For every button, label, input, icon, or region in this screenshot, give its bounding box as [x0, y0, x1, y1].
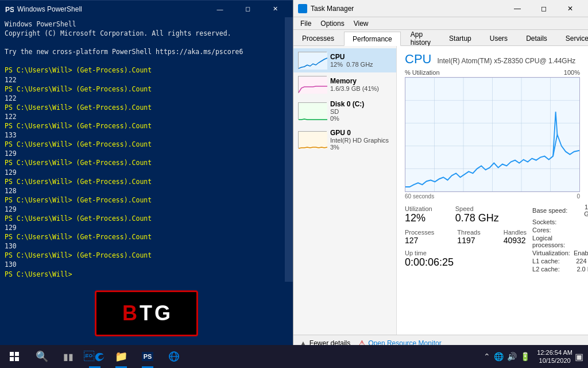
cores-value: 4	[574, 226, 588, 234]
close-button[interactable]: ✕	[262, 1, 288, 18]
l2-value: 2.0 MB	[574, 265, 588, 273]
gpu-label: GPU 0	[330, 129, 389, 137]
taskbar-search[interactable]: 🔍	[29, 345, 55, 368]
ps-line: Try the new cross-platform PowerShell ht…	[5, 47, 288, 56]
system-tray: ⌃ 🌐 🔊 🔋	[483, 352, 530, 361]
left-stats: Utilization 12% Speed 0.78 GHz Processes…	[405, 203, 527, 273]
tab-users[interactable]: Users	[481, 32, 516, 45]
edge-logo	[94, 351, 106, 362]
stat-basespeed: Base speed: 1.44 GHz	[532, 203, 588, 218]
tab-performance[interactable]: Performance	[344, 32, 401, 46]
windows-logo	[10, 352, 19, 361]
tm-maximize[interactable]: ◻	[531, 0, 557, 17]
ps-line: PS C:\Users\Will> (Get-Process).Count	[5, 214, 288, 223]
stat-processes: Processes 127	[405, 229, 434, 245]
tab-apphistory[interactable]: App history	[402, 32, 439, 45]
explorer-icon: 📁	[115, 350, 127, 363]
taskbar-powershell[interactable]: PS	[134, 345, 161, 368]
tab-details[interactable]: Details	[517, 32, 556, 45]
uptime-label: Up time	[405, 250, 454, 256]
maximize-button[interactable]: ◻	[234, 1, 261, 18]
memory-label: Memory	[330, 77, 379, 85]
network-icon[interactable]: 🌐	[494, 352, 504, 361]
taskbar-edge[interactable]: 	[82, 345, 108, 368]
sidebar-memory[interactable]: Memory 1.6/3.9 GB (41%)	[293, 72, 396, 97]
cpu-graph	[405, 77, 580, 192]
ps-line: 129	[5, 223, 288, 232]
volume-icon[interactable]: 🔊	[507, 352, 517, 361]
time-display: 12:26:54 AM	[537, 348, 572, 356]
edge-icon: 	[84, 351, 94, 363]
ps-line	[5, 56, 288, 66]
speed-stat-value: 0.78 GHz	[455, 212, 499, 224]
stat-logproc: Logical processors: 4	[532, 234, 588, 249]
handles-value: 40932	[504, 236, 527, 245]
sidebar-cpu[interactable]: CPU 12% 0.78 GHz	[293, 48, 396, 72]
tab-processes[interactable]: Processes	[293, 32, 343, 45]
tm-controls: — ◻ ✕	[504, 0, 583, 17]
taskbar-taskview[interactable]: ▮▮	[55, 345, 82, 368]
powershell-titlebar: PS Windows PowerShell — ◻ ✕	[0, 0, 293, 17]
taskbar-explorer[interactable]: 📁	[108, 345, 134, 368]
tm-minimize[interactable]: —	[504, 0, 531, 17]
battery-icon[interactable]: 🔋	[520, 352, 530, 361]
cpu-title: CPU	[405, 52, 431, 67]
time-left: 60 seconds	[405, 193, 434, 200]
sidebar-disk[interactable]: Disk 0 (C:) SD0%	[293, 97, 396, 125]
sidebar-gpu[interactable]: GPU 0 Intel(R) HD Graphics3%	[293, 125, 396, 154]
powershell-task-icon: PS	[142, 352, 154, 361]
btg-logo-inner: B T G	[95, 290, 198, 336]
memory-info: Memory 1.6/3.9 GB (41%)	[330, 77, 379, 92]
tm-close[interactable]: ✕	[557, 0, 583, 17]
notification-button[interactable]: ▣	[575, 351, 583, 362]
threads-value: 1197	[457, 236, 480, 245]
cpu-header: CPU Intel(R) Atom(TM) x5-Z8350 CPU@ 1.44…	[405, 52, 580, 67]
stat-handles: Handles 40932	[504, 229, 527, 245]
tm-tabs: Processes Performance App history Startu…	[293, 30, 588, 46]
uptime-value: 0:00:06:25	[405, 256, 454, 269]
ps-line: 122	[5, 112, 288, 121]
minimize-button[interactable]: —	[207, 1, 233, 18]
menu-file[interactable]: File	[296, 18, 316, 29]
powershell-window: PS Windows PowerShell — ◻ ✕ Windows Powe…	[0, 0, 293, 345]
menu-view[interactable]: View	[349, 18, 373, 29]
gpu-mini-chart	[298, 131, 327, 148]
btg-g: G	[154, 301, 171, 325]
ps-line: 128	[5, 186, 288, 195]
ps-line: PS C:\Users\Will> (Get-Process).Count	[5, 177, 288, 186]
proc-value: 127	[405, 236, 434, 245]
ps-line: 122	[5, 75, 288, 85]
date-display: 10/15/2020	[537, 356, 572, 365]
disk-sub: SD0%	[330, 108, 364, 122]
tray-up-arrow[interactable]: ⌃	[483, 352, 490, 361]
ps-line: 129	[5, 149, 288, 158]
btg-b: B	[122, 301, 137, 325]
cpu-sub: 12% 0.78 GHz	[330, 61, 373, 68]
disk-label: Disk 0 (C:)	[330, 100, 364, 108]
search-icon: 🔍	[36, 350, 48, 363]
ps-line: PS C:\Users\Will> (Get-Process).Count	[5, 251, 288, 260]
ps-line: 129	[5, 205, 288, 214]
basespeed-label: Base speed:	[532, 203, 574, 218]
svg-rect-4	[299, 103, 327, 120]
virt-label: Virtualization:	[532, 249, 574, 257]
ps-line: PS C:\Users\Will> (Get-Process).Count	[5, 121, 288, 131]
btg-t: T	[140, 301, 152, 325]
tab-services[interactable]: Services	[557, 32, 588, 45]
l1-value: 224 KB	[574, 257, 588, 265]
menu-options[interactable]: Options	[316, 18, 349, 29]
start-button[interactable]	[0, 345, 29, 368]
tm-titlebar: Task Manager — ◻ ✕	[293, 0, 588, 17]
handles-label: Handles	[504, 229, 527, 236]
stat-utilization: Utilization 12%	[405, 205, 432, 224]
taskbar-ie[interactable]	[161, 345, 187, 368]
ps-line: 122	[5, 94, 288, 103]
sockets-label: Sockets:	[532, 218, 574, 226]
taskmanager-window: Task Manager — ◻ ✕ File Options View Pro…	[293, 0, 588, 351]
svg-text:PS: PS	[5, 6, 14, 14]
ps-line: PS C:\Users\Will> (Get-Process).Count	[5, 195, 288, 205]
stat-threads: Threads 1197	[457, 229, 480, 245]
tab-startup[interactable]: Startup	[440, 32, 480, 45]
ps-line: 129	[5, 168, 288, 177]
clock[interactable]: 12:26:54 AM 10/15/2020	[537, 348, 572, 365]
